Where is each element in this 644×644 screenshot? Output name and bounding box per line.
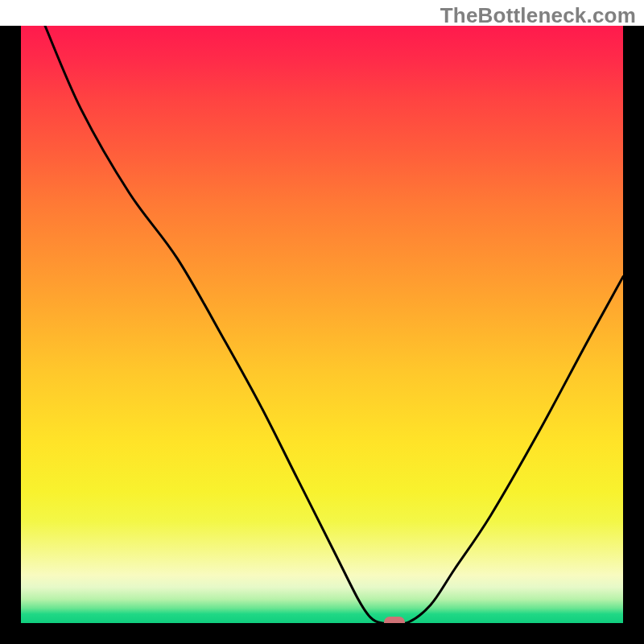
watermark-text: TheBottleneck.com	[440, 3, 636, 28]
optimal-marker	[384, 617, 405, 623]
plot-border	[0, 26, 644, 644]
plot-area	[21, 26, 623, 623]
chart-frame: TheBottleneck.com	[0, 0, 644, 644]
bottleneck-curve	[21, 26, 623, 623]
